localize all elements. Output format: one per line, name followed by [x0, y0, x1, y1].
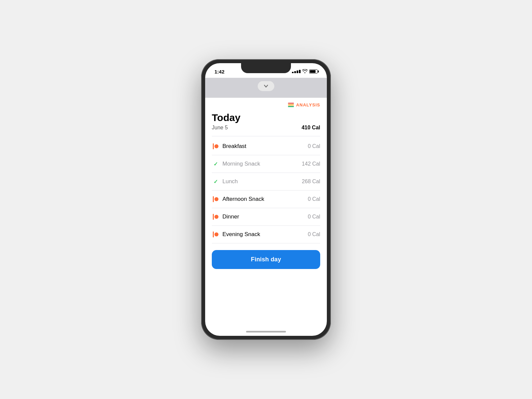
afternoon-snack-status-icon — [212, 196, 219, 202]
meal-item-breakfast[interactable]: Breakfast 0 Cal — [212, 138, 320, 155]
finish-day-wrapper: Finish day — [212, 243, 320, 279]
wifi-icon — [302, 69, 308, 74]
chevron-down-icon — [263, 83, 269, 89]
meal-name-evening-snack: Evening Snack — [222, 231, 260, 238]
meal-cal-lunch: 268 Cal — [302, 179, 320, 185]
meal-item-dinner[interactable]: Dinner 0 Cal — [212, 208, 320, 226]
evening-snack-status-icon — [212, 231, 219, 237]
battery-icon — [309, 69, 318, 73]
meal-name-breakfast: Breakfast — [222, 143, 246, 150]
status-time: 1:42 — [214, 69, 224, 74]
phone-frame: 1:42 — [201, 59, 331, 340]
meal-name-afternoon-snack: Afternoon Snack — [222, 196, 264, 202]
meal-name-morning-snack: Morning Snack — [222, 161, 260, 167]
analysis-row: ANALYSIS — [212, 98, 320, 111]
meal-cal-breakfast: 0 Cal — [308, 143, 320, 149]
analysis-stripes-icon — [288, 103, 294, 107]
morning-snack-status-icon: ✓ — [212, 161, 219, 167]
day-meta: June 5 410 Cal — [212, 125, 320, 131]
meal-cal-morning-snack: 142 Cal — [302, 161, 320, 167]
header-gray — [205, 78, 327, 98]
breakfast-status-icon — [212, 143, 219, 149]
meal-cal-dinner: 0 Cal — [308, 214, 320, 220]
meal-item-morning-snack[interactable]: ✓ Morning Snack 142 Cal — [212, 155, 320, 173]
day-title: Today — [212, 112, 320, 123]
phone-screen: 1:42 — [205, 63, 327, 336]
status-icons — [292, 69, 318, 74]
meal-list: Breakfast 0 Cal ✓ Morning Snack 142 Cal — [212, 138, 320, 243]
meal-item-evening-snack[interactable]: Evening Snack 0 Cal — [212, 226, 320, 243]
meal-name-dinner: Dinner — [222, 213, 239, 220]
total-calories: 410 Cal — [302, 125, 320, 131]
finish-day-button[interactable]: Finish day — [212, 250, 320, 269]
scrollable-content[interactable]: ANALYSIS Today June 5 410 Cal — [205, 98, 327, 336]
home-indicator — [246, 331, 286, 332]
analysis-button[interactable]: ANALYSIS — [288, 102, 320, 107]
chevron-down-button[interactable] — [258, 81, 274, 91]
dinner-status-icon — [212, 214, 219, 220]
analysis-label: ANALYSIS — [296, 102, 320, 107]
header-divider — [212, 136, 320, 136]
meal-item-afternoon-snack[interactable]: Afternoon Snack 0 Cal — [212, 191, 320, 208]
notch — [241, 63, 291, 73]
meal-name-lunch: Lunch — [222, 178, 238, 185]
signal-icon — [292, 70, 301, 73]
day-header: Today June 5 410 Cal — [212, 111, 320, 136]
meal-cal-evening-snack: 0 Cal — [308, 231, 320, 237]
day-date: June 5 — [212, 125, 228, 131]
meal-item-lunch[interactable]: ✓ Lunch 268 Cal — [212, 173, 320, 191]
meal-cal-afternoon-snack: 0 Cal — [308, 196, 320, 202]
lunch-status-icon: ✓ — [212, 179, 219, 185]
